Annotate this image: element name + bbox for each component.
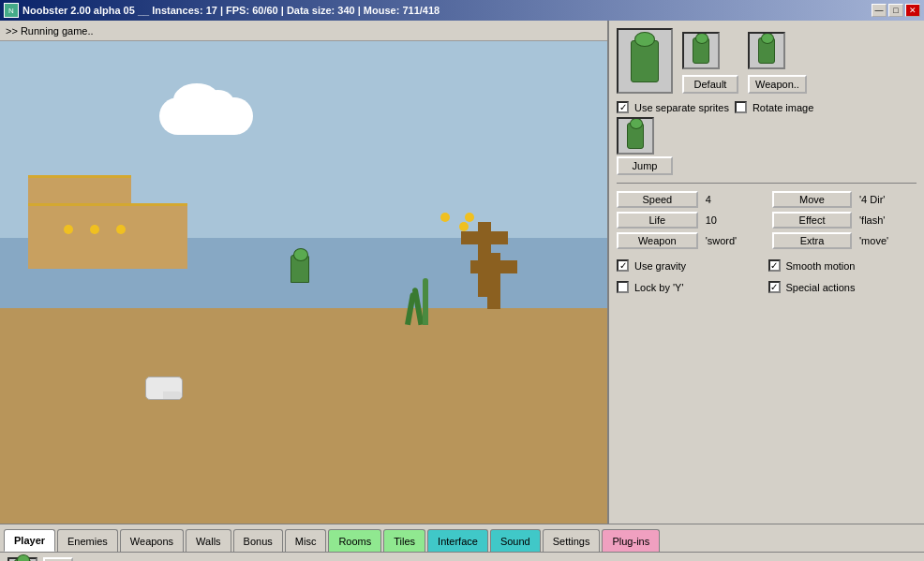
sprite-image-med-2 xyxy=(758,37,775,64)
tab-settings[interactable]: Settings xyxy=(543,529,601,552)
add-bar: + Add xyxy=(0,552,924,561)
sprite-col-right: Default xyxy=(682,32,738,94)
cloud xyxy=(159,97,253,135)
tab-bonus[interactable]: Bonus xyxy=(233,529,283,552)
player-character xyxy=(291,255,309,283)
close-button[interactable]: ✕ xyxy=(905,4,920,17)
coin-3 xyxy=(116,225,126,234)
checks-col-right: ✓ Smooth motion ✓ Special actions xyxy=(768,257,917,296)
sprite-preview-medium-1 xyxy=(682,32,720,69)
weapon-prop-button[interactable]: Weapon xyxy=(617,232,698,249)
move-button[interactable]: Move xyxy=(772,191,852,208)
use-separate-sprites-label: Use separate sprites xyxy=(634,102,729,113)
extra-value: 'move' xyxy=(859,235,917,246)
game-status-text: >> Running game.. xyxy=(6,25,94,37)
tab-walls[interactable]: Walls xyxy=(186,529,231,552)
plant-blade-2 xyxy=(423,278,428,325)
main-area: >> Running game.. xyxy=(0,21,924,524)
coins-air xyxy=(440,213,474,222)
jump-button[interactable]: Jump xyxy=(617,156,673,175)
minimize-button[interactable]: — xyxy=(872,4,887,17)
coin-2 xyxy=(90,225,99,234)
life-button[interactable]: Life xyxy=(617,212,698,229)
window-title: Noobster 2.00 alpha 05 __ Instances: 17 … xyxy=(22,5,440,16)
window-controls: — □ ✕ xyxy=(872,4,920,17)
smooth-motion-label: Smooth motion xyxy=(786,260,856,272)
right-panel: Default Weapon.. ✓ Use separate sprites … xyxy=(607,21,924,524)
creature-tail xyxy=(163,391,182,399)
smooth-motion-checkbox[interactable]: ✓ xyxy=(768,259,781,272)
use-gravity-checkbox[interactable]: ✓ xyxy=(617,259,629,272)
tabs-bar: PlayerEnemiesWeaponsWallsBonusMiscRoomsT… xyxy=(0,524,924,552)
effect-button[interactable]: Effect xyxy=(772,212,852,229)
lock-by-y-row: Lock by 'Y' xyxy=(617,281,766,293)
tab-player[interactable]: Player xyxy=(4,529,55,552)
special-actions-label: Special actions xyxy=(786,282,856,293)
separate-sprites-row: ✓ Use separate sprites Rotate image xyxy=(617,101,917,113)
move-value: '4 Dir' xyxy=(859,194,917,205)
platform-left xyxy=(28,203,187,269)
tab-plug-ins[interactable]: Plug-ins xyxy=(602,529,660,552)
coins-platform xyxy=(64,225,126,234)
creature-enemy xyxy=(141,372,197,405)
app-icon: N xyxy=(4,3,19,18)
jump-sprite-image xyxy=(627,123,644,149)
speed-button[interactable]: Speed xyxy=(617,191,698,208)
cross-horizontal-2 xyxy=(470,260,517,273)
sprite-col-far-right: Weapon.. xyxy=(748,32,807,94)
tab-interface[interactable]: Interface xyxy=(427,529,488,552)
bottom-checkboxes: ✓ Use gravity Lock by 'Y' ✓ Smooth motio… xyxy=(617,257,917,296)
sprite-image-large xyxy=(631,40,659,82)
use-separate-sprites-checkbox[interactable]: ✓ xyxy=(617,101,629,113)
tab-misc[interactable]: Misc xyxy=(285,529,327,552)
jump-sprite-box xyxy=(617,117,654,155)
lock-by-y-label: Lock by 'Y' xyxy=(634,282,684,293)
tab-rooms[interactable]: Rooms xyxy=(328,529,381,552)
tab-sound[interactable]: Sound xyxy=(490,529,541,552)
sprite-image-med-1 xyxy=(693,37,709,64)
use-gravity-row: ✓ Use gravity xyxy=(617,259,766,272)
game-canvas: >> Running game.. xyxy=(0,21,607,524)
extra-button[interactable]: Extra xyxy=(772,232,852,249)
sprite-preview-large xyxy=(617,28,673,94)
use-gravity-label: Use gravity xyxy=(634,260,686,272)
checks-col-left: ✓ Use gravity Lock by 'Y' xyxy=(617,257,766,296)
jump-sprite-row: Jump xyxy=(617,117,917,175)
smooth-motion-row: ✓ Smooth motion xyxy=(768,259,917,272)
coin-5 xyxy=(465,213,474,222)
life-value: 10 xyxy=(706,214,765,226)
ground xyxy=(0,308,607,524)
title-bar: N Noobster 2.00 alpha 05 __ Instances: 1… xyxy=(0,0,924,21)
game-status-bar: >> Running game.. xyxy=(0,21,607,41)
special-actions-row: ✓ Special actions xyxy=(768,281,917,293)
bottom-section: PlayerEnemiesWeaponsWallsBonusMiscRoomsT… xyxy=(0,524,924,561)
coin-1 xyxy=(64,225,73,234)
divider-1 xyxy=(617,183,917,184)
sprite-row: Default Weapon.. xyxy=(617,28,917,94)
add-sprite-preview xyxy=(7,557,37,562)
maximize-button[interactable]: □ xyxy=(888,4,903,17)
cross-horizontal-1 xyxy=(461,231,508,244)
default-button[interactable]: Default xyxy=(682,75,738,94)
plant-decoration xyxy=(408,278,436,325)
add-icon-button[interactable]: + xyxy=(43,557,73,562)
weapon-value: 'sword' xyxy=(706,235,765,246)
tab-tiles[interactable]: Tiles xyxy=(383,529,425,552)
weapon-button[interactable]: Weapon.. xyxy=(748,75,807,94)
coin-6 xyxy=(459,222,469,231)
tab-enemies[interactable]: Enemies xyxy=(57,529,118,552)
rotate-image-checkbox[interactable] xyxy=(735,101,747,113)
properties-grid: Speed 4 Move '4 Dir' Life 10 Effect 'fla… xyxy=(617,191,917,249)
creature-body xyxy=(145,376,183,400)
tab-weapons[interactable]: Weapons xyxy=(120,529,184,552)
rotate-image-label: Rotate image xyxy=(753,102,813,113)
sprite-preview-medium-2 xyxy=(748,32,785,69)
effect-value: 'flash' xyxy=(859,214,917,226)
speed-value: 4 xyxy=(706,194,765,205)
coin-4 xyxy=(440,213,450,222)
lock-by-y-checkbox[interactable] xyxy=(617,281,629,293)
special-actions-checkbox[interactable]: ✓ xyxy=(768,281,781,293)
